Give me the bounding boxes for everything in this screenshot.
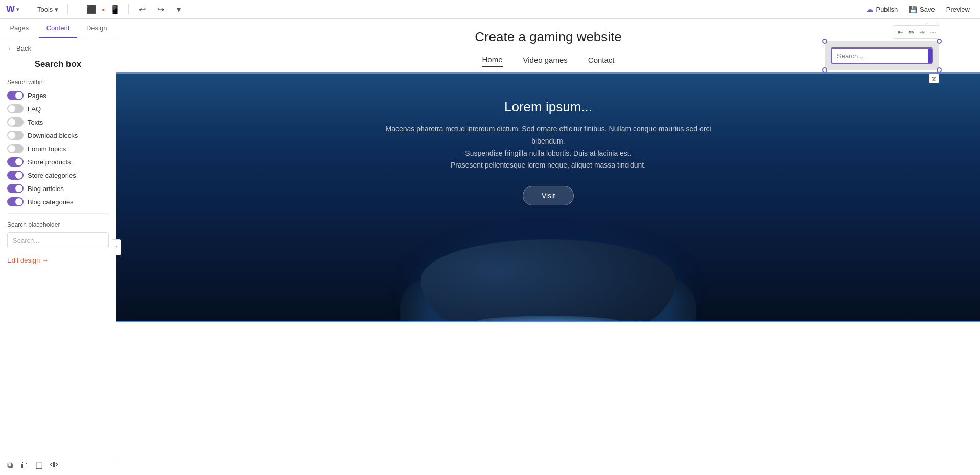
site-nav: Home Video games Contact (482, 53, 614, 67)
eye-icon-button[interactable]: 👁 (50, 461, 58, 470)
placeholder-input[interactable] (7, 232, 109, 248)
topbar-divider (28, 4, 28, 14)
mobile-device-button[interactable]: 📱 (108, 3, 122, 16)
align-right-button[interactable]: ⇥ (917, 27, 927, 37)
collapse-handle[interactable]: ‹ (112, 239, 121, 255)
more-options-icon[interactable]: ··· (930, 28, 936, 36)
publish-label: Publish (876, 6, 898, 13)
topbar: W ▾ Tools ▾ ⬛ ● 📱 ↩ ↪ ▾ ☁ Publish 💾 Save… (0, 0, 980, 19)
layers-icon-button[interactable]: ◫ (35, 460, 43, 470)
logo[interactable]: W ▾ (6, 4, 19, 15)
selection-bottom-controls: ⧖ (929, 74, 939, 83)
desktop-active-dot: ● (102, 7, 105, 12)
align-left-button[interactable]: ⇤ (896, 27, 905, 37)
tab-pages[interactable]: Pages (0, 19, 39, 38)
controller-body (421, 239, 676, 322)
align-center-button[interactable]: ⇔ (906, 27, 916, 37)
back-arrow-icon: ← (7, 44, 14, 52)
toggle-blog-articles[interactable] (7, 184, 24, 193)
main-layout: Pages Content Design ← Back Search box S… (0, 19, 980, 475)
toggle-download-blocks[interactable] (7, 131, 24, 140)
panel-divider (7, 213, 109, 214)
nav-item-home[interactable]: Home (482, 53, 502, 67)
duplicate-icon-button[interactable]: ⧉ (7, 461, 13, 470)
placeholder-label: Search placeholder (7, 221, 109, 228)
tabs: Pages Content Design (0, 19, 116, 38)
toggle-faq[interactable] (7, 104, 24, 113)
toggle-label-pages: Pages (28, 92, 46, 100)
toggle-blog-categories[interactable] (7, 197, 24, 206)
toggle-store-categories[interactable] (7, 171, 24, 180)
handle-bottom-left[interactable] (822, 67, 827, 73)
panel-title: Search box (7, 59, 109, 69)
more-actions-button[interactable]: ▾ (172, 2, 186, 16)
save-icon: 💾 (909, 6, 917, 13)
chevron-down-icon: ▾ (177, 5, 181, 14)
canvas-area: Create a gaming website Home Video games… (116, 19, 980, 475)
back-button[interactable]: ← Back (7, 44, 31, 52)
tab-design[interactable]: Design (77, 19, 116, 38)
toggle-label-blog-categories: Blog categories (28, 198, 74, 206)
toggle-label-forum-topics: Forum topics (28, 145, 66, 153)
toggle-forum-topics[interactable] (7, 144, 24, 153)
toggle-label-blog-articles: Blog articles (28, 185, 64, 193)
preview-label: Preview (946, 6, 970, 13)
controller-illustration (369, 178, 727, 322)
edit-design-button[interactable]: Edit design → (7, 256, 49, 264)
hero-desc-line1: Macenas pharetra metud interdum dictum. … (385, 125, 711, 145)
toggle-store-products[interactable] (7, 157, 24, 167)
toggle-pages[interactable] (7, 91, 24, 100)
hero-desc-line2: Suspendise fringilla nulla lobortis. Dui… (465, 149, 631, 157)
publish-button[interactable]: ☁ Publish (862, 3, 902, 15)
hero-title: Lorem ipsum... (504, 99, 592, 115)
panel-bottom: ⧉ 🗑 ◫ 👁 (0, 455, 116, 475)
undo-button[interactable]: ↩ (135, 2, 149, 16)
toggle-label-faq: FAQ (28, 105, 41, 113)
logo-caret-icon: ▾ (16, 6, 19, 13)
topbar-divider-2 (67, 4, 68, 14)
redo-button[interactable]: ↪ (153, 2, 168, 16)
search-within-label: Search within (7, 79, 109, 86)
handle-bottom-right[interactable] (937, 67, 942, 73)
hero-section: Lorem ipsum... Macenas pharetra metud in… (116, 72, 980, 322)
panel-content: ← Back Search box Search within Pages FA… (0, 38, 116, 455)
toggle-item-store-categories: Store categories (7, 171, 109, 180)
nav-item-contact[interactable]: Contact (588, 54, 615, 66)
search-selection-box: ⇤ ⇔ ⇥ ··· 🔍 ⧖ (825, 41, 939, 70)
publish-icon: ☁ (866, 5, 873, 13)
search-box-input[interactable] (832, 49, 928, 63)
save-button[interactable]: 💾 Save (905, 4, 939, 15)
device-toolbar: ⬛ ● 📱 (84, 3, 122, 16)
filter-icon-button[interactable]: ⧖ (929, 74, 939, 83)
handle-top-right[interactable] (937, 39, 942, 44)
search-box-submit-button[interactable]: 🔍 (928, 49, 933, 63)
delete-icon-button[interactable]: 🗑 (20, 461, 28, 470)
hero-description: Macenas pharetra metud interdum dictum. … (369, 123, 727, 172)
toggle-label-store-categories: Store categories (28, 172, 76, 179)
handle-top-left[interactable] (822, 39, 827, 44)
toggle-item-texts: Texts (7, 117, 109, 127)
save-label: Save (920, 6, 935, 13)
toggle-label-store-products: Store products (28, 158, 71, 166)
toggle-label-texts: Texts (28, 118, 43, 126)
placeholder-section: Search placeholder (7, 221, 109, 248)
hero-desc-line3: Prasesent pellentesque lorem neque, aliq… (451, 161, 646, 169)
search-box-widget[interactable]: 🔍 (831, 48, 933, 64)
toggle-texts[interactable] (7, 117, 24, 127)
toggle-item-store-products: Store products (7, 157, 109, 167)
edit-design-label: Edit design → (7, 256, 49, 264)
toggle-item-blog-articles: Blog articles (7, 184, 109, 193)
tools-button[interactable]: Tools ▾ (34, 4, 61, 15)
redo-icon: ↪ (157, 5, 164, 14)
tools-label: Tools (37, 6, 53, 13)
nav-item-video-games[interactable]: Video games (523, 54, 568, 66)
topbar-right: ☁ Publish 💾 Save Preview (862, 3, 974, 15)
preview-button[interactable]: Preview (942, 4, 974, 15)
website-preview: Create a gaming website Home Video games… (116, 19, 980, 475)
tab-content[interactable]: Content (39, 19, 78, 38)
toggle-item-blog-categories: Blog categories (7, 197, 109, 206)
selection-toolbar: ⇤ ⇔ ⇥ ··· (893, 25, 939, 39)
search-widget-container[interactable]: ↺ ⇤ ⇔ ⇥ ··· (825, 41, 939, 70)
left-panel: Pages Content Design ← Back Search box S… (0, 19, 116, 475)
desktop-device-button[interactable]: ⬛ (84, 3, 99, 16)
